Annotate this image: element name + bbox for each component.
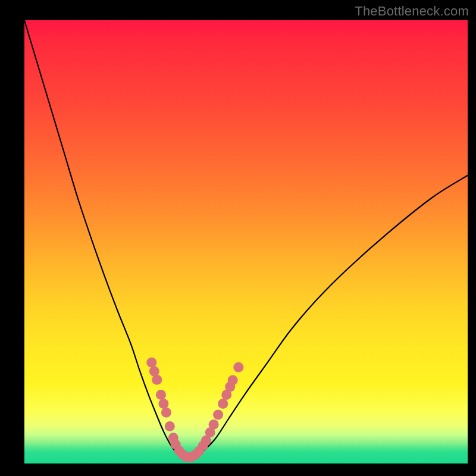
curve-marker [165,421,175,431]
curve-marker [161,408,171,418]
curve-marker [152,375,162,385]
curve-marker [233,362,243,372]
curve-markers [146,358,243,462]
plot-area [24,20,468,464]
chart-frame: TheBottleneck.com [0,0,476,476]
curve-marker [156,390,166,400]
curve-marker [158,399,168,409]
curve-marker [209,419,219,430]
curve-marker [228,375,238,385]
curve-layer [24,20,468,464]
curve-marker [146,358,156,368]
curve-marker [213,410,223,420]
attribution-text: TheBottleneck.com [355,4,469,19]
curve-marker [218,399,228,409]
bottleneck-curve [24,20,468,459]
